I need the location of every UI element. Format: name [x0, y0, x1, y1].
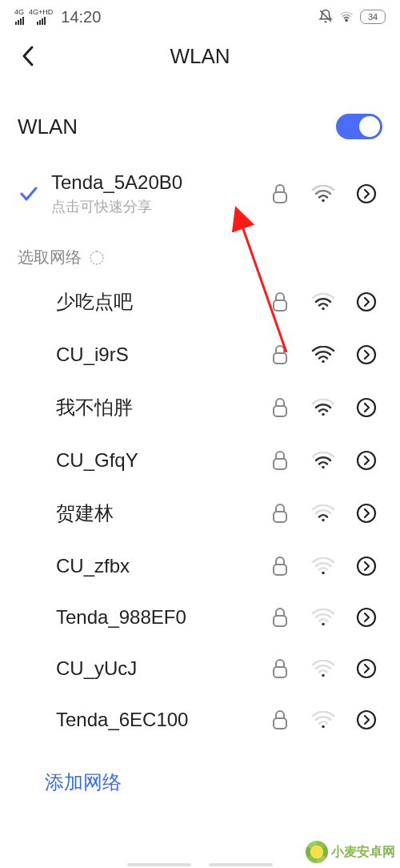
loading-spinner-icon	[90, 251, 104, 265]
detail-button[interactable]	[350, 607, 382, 628]
svg-point-25	[358, 609, 375, 626]
clock: 14:20	[61, 8, 101, 26]
wifi-status-icon	[339, 10, 354, 24]
choose-network-header: 选取网络	[18, 229, 382, 275]
connected-network-name: Tenda_5A20B0	[51, 171, 253, 194]
wifi-icon	[307, 452, 339, 469]
wifi-icon	[307, 346, 339, 364]
svg-rect-20	[274, 565, 286, 575]
svg-rect-23	[274, 616, 286, 626]
svg-rect-11	[274, 406, 286, 416]
network-name: CU_GfqY	[56, 449, 253, 472]
svg-point-19	[358, 504, 375, 522]
detail-button[interactable]	[350, 397, 382, 418]
network-row[interactable]: CU_yUcJ	[18, 643, 382, 694]
network-main: 少吃点吧	[56, 289, 253, 315]
network-name: 贺建林	[56, 500, 253, 526]
network-row[interactable]: 少吃点吧	[18, 275, 382, 329]
connected-network-row[interactable]: Tenda_5A20B0 点击可快速分享	[18, 159, 382, 229]
connected-check-icon	[18, 186, 40, 202]
svg-point-1	[346, 19, 347, 21]
detail-button[interactable]	[350, 450, 382, 471]
detail-button[interactable]	[350, 709, 382, 730]
network-row[interactable]: 贺建林	[18, 486, 382, 540]
wifi-icon	[307, 399, 339, 416]
svg-point-10	[358, 346, 375, 364]
signal-1: 4G	[14, 9, 24, 25]
status-right: 34	[318, 9, 386, 26]
detail-button[interactable]	[350, 503, 382, 524]
page-header: WLAN	[0, 34, 400, 78]
wifi-icon	[307, 660, 339, 677]
network-main: 贺建林	[56, 500, 253, 526]
connected-network-main: Tenda_5A20B0 点击可快速分享	[51, 171, 253, 216]
wlan-toggle-label: WLAN	[18, 115, 78, 139]
detail-button[interactable]	[350, 344, 382, 365]
lock-icon	[264, 183, 296, 204]
network-main: CU_i9rS	[56, 344, 253, 366]
detail-button[interactable]	[350, 556, 382, 577]
choose-network-label: 选取网络	[18, 247, 82, 268]
signal-2: 4G+HD	[29, 9, 53, 25]
lock-icon	[264, 397, 296, 418]
svg-point-28	[358, 660, 375, 677]
dnd-icon	[318, 9, 333, 26]
wifi-icon	[307, 609, 339, 626]
network-name: CU_zfbx	[56, 555, 253, 577]
network-row[interactable]: 我不怕胖	[18, 380, 382, 435]
wlan-toggle-row: WLAN	[18, 78, 382, 159]
detail-button[interactable]	[350, 183, 382, 204]
network-main: Tenda_988EF0	[56, 606, 253, 629]
wifi-icon	[307, 293, 339, 311]
svg-point-13	[358, 399, 375, 416]
svg-point-30	[322, 725, 325, 729]
battery-indicator: 34	[360, 10, 386, 24]
network-main: CU_yUcJ	[56, 657, 253, 680]
network-main: CU_zfbx	[56, 555, 253, 577]
lock-icon	[264, 709, 296, 730]
svg-point-21	[322, 572, 325, 575]
detail-button[interactable]	[350, 291, 382, 312]
wifi-icon	[307, 504, 339, 522]
watermark-text: 小麦安卓网	[331, 844, 395, 861]
network-row[interactable]: Tenda_6EC100	[18, 694, 382, 745]
svg-point-31	[358, 711, 375, 729]
network-name: CU_i9rS	[56, 344, 253, 366]
network-name: 我不怕胖	[56, 395, 253, 420]
wifi-icon	[307, 711, 339, 729]
network-row[interactable]: CU_GfqY	[18, 435, 382, 486]
lock-icon	[264, 607, 296, 628]
svg-point-9	[322, 360, 325, 364]
network-main: CU_GfqY	[56, 449, 253, 472]
svg-point-6	[322, 307, 325, 311]
page-title: WLAN	[0, 44, 400, 69]
svg-point-7	[358, 293, 375, 311]
svg-point-4	[358, 185, 375, 203]
svg-rect-29	[274, 718, 286, 729]
nav-indicator	[0, 863, 400, 866]
network-main: 我不怕胖	[56, 395, 253, 420]
lock-icon	[264, 344, 296, 365]
svg-point-16	[358, 452, 375, 469]
network-row[interactable]: CU_i9rS	[18, 329, 382, 380]
wlan-toggle-switch[interactable]	[336, 114, 382, 139]
svg-point-3	[322, 199, 325, 203]
network-row[interactable]: Tenda_988EF0	[18, 592, 382, 643]
detail-button[interactable]	[350, 658, 382, 679]
connected-network-subtitle: 点击可快速分享	[51, 197, 253, 216]
svg-point-18	[322, 519, 325, 522]
svg-rect-17	[274, 512, 286, 522]
back-button[interactable]	[16, 44, 40, 68]
svg-point-24	[322, 623, 325, 626]
network-main: Tenda_6EC100	[56, 709, 253, 731]
network-row[interactable]: CU_zfbx	[18, 540, 382, 592]
svg-point-22	[358, 557, 375, 575]
svg-point-12	[322, 413, 325, 416]
lock-icon	[264, 503, 296, 524]
network-name: Tenda_988EF0	[56, 606, 253, 629]
add-network-button[interactable]: 添加网络	[18, 745, 382, 795]
wifi-icon	[307, 557, 339, 575]
svg-rect-5	[274, 300, 286, 311]
watermark-logo-icon	[306, 841, 328, 863]
svg-rect-26	[274, 667, 286, 677]
